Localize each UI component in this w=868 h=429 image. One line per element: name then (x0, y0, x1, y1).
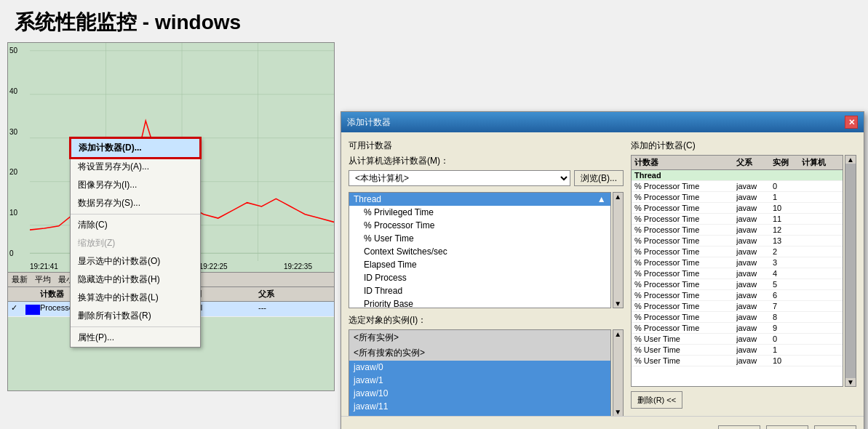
instance-list-container: <所有实例> <所有搜索的实例> javaw/0 javaw/1 javaw/1… (349, 329, 624, 417)
added-row-0[interactable]: % Processor Time javaw 0 (632, 181, 843, 192)
cancel-button[interactable]: 取消 (814, 425, 856, 430)
added-row-utime0[interactable]: % User Time javaw 0 (632, 334, 843, 345)
time-label-3: 19:22:25 (199, 262, 228, 270)
instance-javaw10[interactable]: javaw/10 (349, 387, 610, 400)
menu-show-selected[interactable]: 显示选中的计数器(O) (71, 252, 200, 270)
added-row-3[interactable]: % Processor Time javaw 3 (632, 257, 843, 268)
counter-list-scrollbar[interactable]: ▲ ▼ (613, 192, 624, 308)
help-button[interactable]: 帮助 (718, 425, 760, 430)
col-parent: 父系 (258, 289, 331, 300)
stat-avg: 平均 (35, 274, 51, 285)
menu-hide-selected[interactable]: 隐藏选中的计数器(H) (71, 270, 200, 289)
col-computer-hdr: 计算机 (802, 157, 843, 168)
y-label-20: 20 (9, 168, 28, 176)
added-row-10[interactable]: % Processor Time javaw 10 (632, 203, 843, 214)
dialog-titlebar: 添加计数器 ✕ (341, 112, 864, 132)
row-check: ✓ (11, 303, 25, 315)
footer-right: 帮助 确定 取消 (718, 425, 856, 430)
added-section: 添加的计数器(C) 计数器 父系 实例 计算机 Thread (631, 140, 856, 409)
menu-add-counter[interactable]: 添加计数器(D)... (71, 138, 200, 158)
counter-item-thread[interactable]: Thread ▲ (349, 193, 610, 206)
counter-item-privileged[interactable]: % Privileged Time (349, 206, 610, 219)
dialog-close-button[interactable]: ✕ (845, 116, 858, 129)
ok-button[interactable]: 确定 (766, 425, 808, 430)
instance-scrollbar[interactable]: ▲ ▼ (613, 329, 624, 417)
page-title: 系统性能监控 - windows (0, 0, 868, 42)
added-header: 计数器 父系 实例 计算机 (632, 156, 843, 170)
instance-all[interactable]: <所有实例> (349, 330, 610, 345)
menu-save-settings[interactable]: 将设置另存为(A)... (71, 158, 200, 176)
divider-2 (71, 326, 200, 327)
available-section: 可用计数器 从计算机选择计数器(M)： <本地计算机> 浏览(B)... Thr… (349, 140, 624, 409)
dialog-footer: 显示描述(O) 帮助 确定 取消 (341, 416, 864, 429)
scroll-down-btn[interactable]: ▼ (613, 300, 623, 308)
col-counter-hdr: 计数器 (634, 157, 736, 168)
instance-scroll-down[interactable]: ▼ (613, 408, 623, 416)
added-row-4[interactable]: % Processor Time javaw 4 (632, 268, 843, 279)
counter-list[interactable]: Thread ▲ % Privileged Time % Processor T… (349, 192, 611, 308)
browse-button[interactable]: 浏览(B)... (574, 170, 624, 186)
added-row-13[interactable]: % Processor Time javaw 13 (632, 236, 843, 246)
added-counter-list[interactable]: 计数器 父系 实例 计算机 Thread (631, 155, 843, 387)
menu-convert-selected[interactable]: 换算选中的计数器(L) (71, 289, 200, 307)
col-instance-hdr: 实例 (773, 157, 802, 168)
added-row-6[interactable]: % Processor Time javaw 6 (632, 290, 843, 301)
added-row-11[interactable]: % Processor Time javaw 11 (632, 214, 843, 225)
context-menu: 添加计数器(D)... 将设置另存为(A)... 图像另存为(I)... 数据另… (70, 137, 201, 348)
computer-select-row: <本地计算机> 浏览(B)... (349, 170, 624, 186)
scroll-up-btn[interactable]: ▲ (613, 193, 623, 201)
menu-zoom[interactable]: 缩放到(Z) (71, 234, 200, 252)
dialog-body: 可用计数器 从计算机选择计数器(M)： <本地计算机> 浏览(B)... Thr… (341, 132, 864, 416)
y-label-10: 10 (9, 209, 28, 217)
instance-javaw0[interactable]: javaw/0 (349, 361, 610, 374)
added-row-7[interactable]: % Processor Time javaw 7 (632, 301, 843, 312)
stat-last: 最新 (12, 274, 28, 285)
added-row-12[interactable]: % Processor Time javaw 12 (632, 225, 843, 236)
added-row-utime1[interactable]: % User Time javaw 1 (632, 345, 843, 356)
instance-all-search[interactable]: <所有搜索的实例> (349, 345, 610, 361)
added-row-9[interactable]: % Processor Time javaw 9 (632, 323, 843, 334)
thread-label: Thread (634, 171, 736, 180)
counter-item-idprocess[interactable]: ID Process (349, 271, 610, 284)
computer-dropdown[interactable]: <本地计算机> (349, 170, 570, 186)
available-label: 可用计数器 (349, 140, 624, 152)
added-row-5[interactable]: % Processor Time javaw 5 (632, 279, 843, 290)
menu-clear[interactable]: 清除(C) (71, 216, 200, 234)
added-row-1[interactable]: % Processor Time javaw 1 (632, 192, 843, 203)
counter-item-idthread[interactable]: ID Thread (349, 284, 610, 297)
added-scroll-down[interactable]: ▼ (845, 378, 856, 386)
delete-button[interactable]: 删除(R) << (631, 391, 682, 409)
counter-item-processor[interactable]: % Processor Time (349, 219, 610, 232)
menu-delete-all[interactable]: 删除所有计数器(R) (71, 307, 200, 325)
divider-1 (71, 214, 200, 214)
added-row-thread: Thread (632, 170, 843, 181)
added-scroll-up[interactable]: ▲ (845, 156, 856, 164)
counter-item-priority[interactable]: Priority Base (349, 297, 610, 308)
menu-save-data[interactable]: 数据另存为(S)... (71, 194, 200, 212)
added-row-utime10[interactable]: % User Time javaw 10 (632, 356, 843, 366)
counter-item-user[interactable]: % User Time (349, 232, 610, 245)
counter-item-context[interactable]: Context Switches/sec (349, 245, 610, 258)
col-check (11, 289, 25, 300)
instance-section: 选定对象的实例(I)： <所有实例> <所有搜索的实例> javaw/0 jav… (349, 314, 624, 417)
y-label-50: 50 (9, 47, 28, 55)
counter-item-elapsed[interactable]: Elapsed Time (349, 258, 610, 271)
added-row-8[interactable]: % Processor Time javaw 8 (632, 312, 843, 323)
col-parent-hdr: 父系 (736, 157, 773, 168)
counter-list-container: Thread ▲ % Privileged Time % Processor T… (349, 192, 624, 308)
instance-javaw11[interactable]: javaw/11 (349, 400, 610, 413)
row-parent: --- (258, 303, 331, 315)
computer-label: 从计算机选择计数器(M)： (349, 155, 624, 167)
added-list-outer: 计数器 父系 实例 计算机 Thread (631, 155, 856, 387)
time-label-4: 19:22:35 (284, 262, 312, 270)
y-label-30: 30 (9, 128, 28, 136)
instance-javaw1[interactable]: javaw/1 (349, 374, 610, 387)
menu-properties[interactable]: 属性(P)... (71, 329, 200, 347)
added-scrollbar[interactable]: ▲ ▼ (845, 155, 856, 387)
instance-list[interactable]: <所有实例> <所有搜索的实例> javaw/0 javaw/1 javaw/1… (349, 329, 611, 417)
added-row-2[interactable]: % Processor Time javaw 2 (632, 246, 843, 257)
add-counter-dialog: 添加计数器 ✕ 可用计数器 从计算机选择计数器(M)： <本地计算机> 浏览(B… (341, 111, 864, 429)
instance-scroll-up[interactable]: ▲ (613, 330, 623, 338)
row-color-indicator (25, 305, 40, 315)
menu-save-image[interactable]: 图像另存为(I)... (71, 176, 200, 194)
